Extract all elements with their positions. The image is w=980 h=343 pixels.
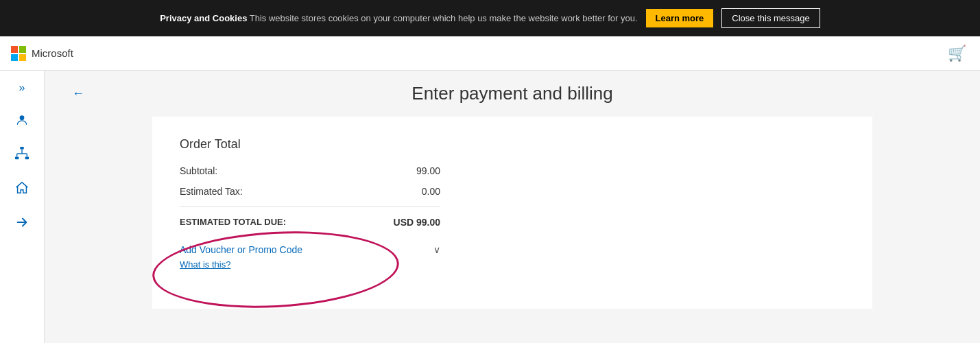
voucher-row[interactable]: Add Voucher or Promo Code ∨ <box>180 244 440 255</box>
sidebar-collapse-button[interactable]: » <box>19 82 25 94</box>
sidebar: » <box>0 71 45 343</box>
svg-point-0 <box>20 115 25 120</box>
page-title-bar: ← Enter payment and billing <box>72 71 953 117</box>
main-content: ← Enter payment and billing Order Total … <box>45 71 980 343</box>
chevron-down-icon[interactable]: ∨ <box>433 244 440 255</box>
cookie-banner: Privacy and Cookies This website stores … <box>0 0 980 36</box>
sidebar-item-arrow[interactable] <box>14 215 29 230</box>
subtotal-row: Subtotal: 99.00 <box>180 165 440 176</box>
ms-logo-red <box>11 46 18 53</box>
microsoft-logo: Microsoft <box>11 46 73 61</box>
order-divider <box>180 206 440 207</box>
header: Microsoft 🛒 <box>0 36 980 71</box>
order-total-heading: Order Total <box>180 137 845 152</box>
sidebar-item-person[interactable] <box>15 113 29 127</box>
microsoft-text: Microsoft <box>32 47 73 59</box>
learn-more-button[interactable]: Learn more <box>646 9 714 27</box>
main-layout: » <box>0 71 980 343</box>
subtotal-value: 99.00 <box>416 165 440 176</box>
svg-rect-2 <box>15 157 19 160</box>
sidebar-item-home[interactable] <box>14 180 29 196</box>
ms-logo-blue <box>11 54 18 61</box>
ms-logo-grid <box>11 46 26 61</box>
tax-value: 0.00 <box>422 186 440 197</box>
circle-annotation <box>150 226 401 314</box>
back-button[interactable]: ← <box>72 86 84 101</box>
cart-icon[interactable]: 🛒 <box>948 45 966 62</box>
page-title: Enter payment and billing <box>72 83 953 104</box>
close-message-button[interactable]: Close this message <box>721 8 820 28</box>
ms-logo-yellow <box>19 54 26 61</box>
cookie-text: Privacy and Cookies This website stores … <box>160 13 637 23</box>
subtotal-label: Subtotal: <box>180 165 217 176</box>
tax-label: Estimated Tax: <box>180 186 243 197</box>
what-is-this-link[interactable]: What is this? <box>180 259 230 270</box>
total-label: ESTIMATED TOTAL DUE: <box>180 217 286 228</box>
voucher-label[interactable]: Add Voucher or Promo Code <box>180 244 302 255</box>
cookie-bold-text: Privacy and Cookies <box>160 13 247 23</box>
cookie-normal-text: This website stores cookies on your comp… <box>247 13 637 23</box>
voucher-section: Add Voucher or Promo Code ∨ What is this… <box>180 244 440 270</box>
svg-rect-3 <box>25 157 29 160</box>
svg-rect-1 <box>20 147 24 150</box>
sidebar-item-network[interactable] <box>14 146 29 161</box>
ms-logo-green <box>19 46 26 53</box>
total-value: USD 99.00 <box>394 217 440 228</box>
tax-row: Estimated Tax: 0.00 <box>180 186 440 197</box>
order-card: Order Total Subtotal: 99.00 Estimated Ta… <box>152 117 872 309</box>
total-row: ESTIMATED TOTAL DUE: USD 99.00 <box>180 217 440 228</box>
